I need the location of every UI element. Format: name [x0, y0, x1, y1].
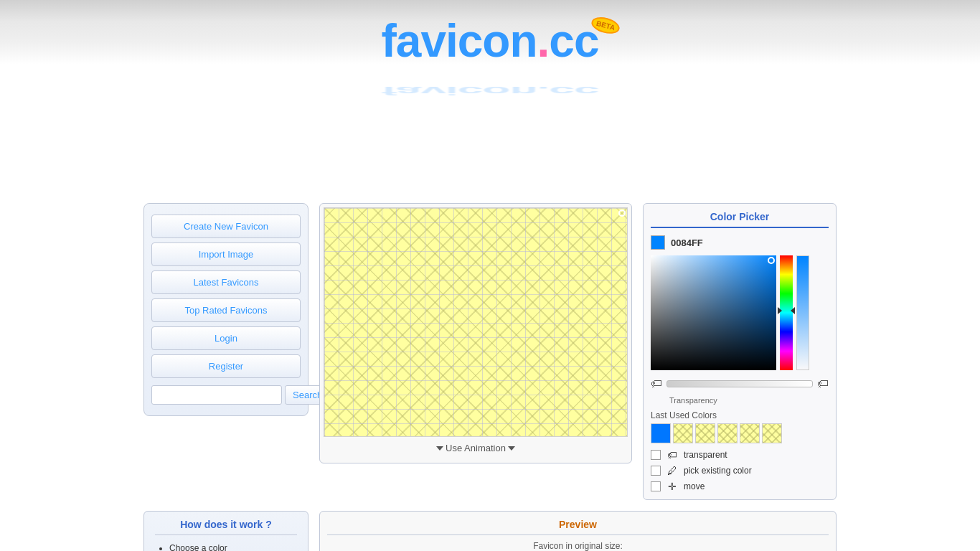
preview-panel: Preview Favicon in original size: — [319, 511, 837, 551]
transparency-icon-left: 🏷 — [651, 377, 662, 390]
transparency-slider[interactable] — [666, 380, 813, 387]
spectrum-handle-left — [791, 307, 795, 314]
canvas-container: Use Animation — [319, 203, 632, 463]
favicon-grid[interactable] — [324, 207, 628, 437]
main-content: Create New Favicon Import Image Latest F… — [0, 203, 980, 500]
transparent-label: transparent — [684, 450, 727, 460]
animation-label: Use Animation — [446, 443, 506, 453]
how-panel-inner: How does it work ? Choose a color Click … — [143, 511, 308, 551]
how-step-1: Choose a color — [169, 541, 297, 551]
left-panel-inner: Create New Favicon Import Image Latest F… — [143, 203, 308, 416]
ad-area — [0, 131, 980, 196]
last-color-1[interactable] — [651, 423, 671, 443]
how-panel: How does it work ? Choose a color Click … — [143, 511, 308, 551]
tri-down-icon — [436, 446, 443, 451]
last-used-section: Last Used Colors — [651, 410, 829, 443]
pick-color-checkbox[interactable] — [651, 466, 661, 476]
preview-inner: Preview Favicon in original size: — [319, 511, 837, 551]
last-used-title: Last Used Colors — [651, 410, 829, 420]
move-icon: ✛ — [666, 481, 678, 492]
transparent-icon: 🏷 — [666, 449, 678, 461]
use-animation-link[interactable]: Use Animation — [436, 443, 515, 453]
last-color-2[interactable] — [673, 423, 693, 443]
color-spectrum[interactable] — [780, 255, 793, 370]
last-color-5[interactable] — [740, 423, 760, 443]
color-picker-main — [651, 255, 829, 370]
preview-size-label: Favicon in original size: — [327, 541, 829, 551]
logo-container: favicon.cc BETA — [381, 14, 598, 67]
eyedropper-icon: 🖊 — [666, 465, 678, 476]
tool-options: 🏷 transparent 🖊 pick existing color ✛ mo… — [651, 449, 829, 492]
logo-dot-part: . — [537, 15, 550, 67]
import-image-button[interactable]: Import Image — [151, 242, 301, 266]
picker-handle — [618, 209, 626, 217]
logo-favicon-part: favicon — [381, 15, 537, 67]
spectrum-handle-right — [778, 307, 782, 314]
transparent-checkbox[interactable] — [651, 450, 661, 460]
color-picker-panel: Color Picker 0084FF 🏷 🏷 — [643, 203, 837, 500]
transparency-label: Transparency — [669, 396, 829, 405]
latest-favicons-button[interactable]: Latest Favicons — [151, 270, 301, 294]
search-input[interactable] — [151, 385, 282, 405]
preview-title: Preview — [327, 519, 829, 535]
last-color-3[interactable] — [695, 423, 715, 443]
last-color-6[interactable] — [762, 423, 782, 443]
color-alpha-slider[interactable] — [796, 255, 809, 370]
tool-move: ✛ move — [651, 481, 829, 492]
register-button[interactable]: Register — [151, 354, 301, 378]
center-panel: Use Animation — [319, 203, 632, 500]
header: favicon.cc BETA favicon.cc — [0, 0, 980, 124]
tri-down-icon-2 — [508, 446, 515, 451]
left-panel: Create New Favicon Import Image Latest F… — [143, 203, 308, 500]
hex-value: 0084FF — [671, 237, 703, 248]
last-color-4[interactable] — [717, 423, 738, 443]
move-label: move — [684, 481, 705, 491]
top-rated-button[interactable]: Top Rated Favicons — [151, 298, 301, 322]
tool-pick-color: 🖊 pick existing color — [651, 465, 829, 476]
color-picker-title: Color Picker — [651, 211, 829, 228]
tool-transparent: 🏷 transparent — [651, 449, 829, 461]
transparency-row: 🏷 🏷 — [651, 377, 829, 390]
color-gradient[interactable] — [651, 255, 776, 370]
search-area: Search — [151, 385, 301, 405]
how-list: Choose a color Click on the squares and … — [155, 541, 297, 551]
last-used-colors — [651, 423, 829, 443]
login-button[interactable]: Login — [151, 326, 301, 350]
color-hex-row: 0084FF — [651, 235, 829, 250]
pick-color-label: pick existing color — [684, 466, 752, 476]
color-swatch[interactable] — [651, 235, 665, 250]
gradient-handle — [768, 257, 775, 264]
right-panel: Color Picker 0084FF 🏷 🏷 — [643, 203, 837, 500]
move-checkbox[interactable] — [651, 481, 661, 491]
create-favicon-button[interactable]: Create New Favicon — [151, 215, 301, 238]
bottom-content: How does it work ? Choose a color Click … — [0, 500, 980, 551]
animation-bar: Use Animation — [324, 437, 628, 459]
logo-reflection: favicon.cc — [0, 84, 980, 98]
transparency-icon-right: 🏷 — [817, 377, 829, 390]
logo-text: favicon.cc — [381, 15, 598, 67]
how-title: How does it work ? — [155, 519, 297, 535]
